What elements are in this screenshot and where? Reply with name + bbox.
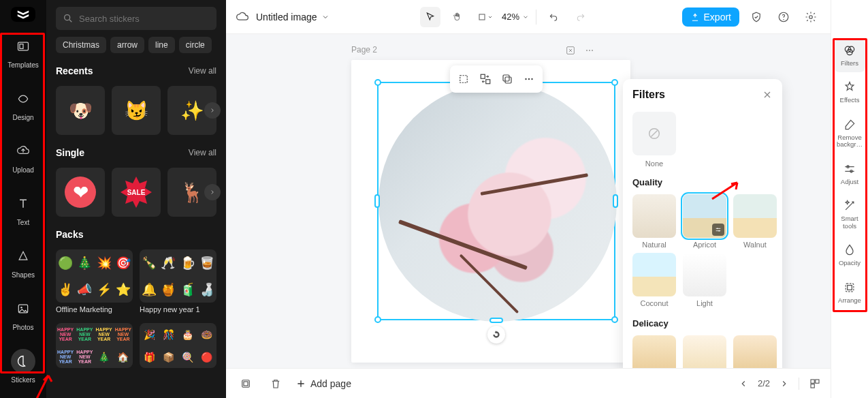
shield-button[interactable] [746,7,767,27]
prop-adjust[interactable]: Adjust [834,158,865,191]
more-icon[interactable] [584,45,595,56]
selection-box[interactable] [377,82,615,320]
prop-arrange[interactable]: Arrange [834,277,865,309]
close-icon[interactable] [762,89,773,100]
resize-handle-br[interactable] [611,316,618,323]
sticker-tag[interactable]: line [148,37,175,53]
rail-item-shapes[interactable]: Shapes [0,241,46,281]
more-icon [523,73,535,85]
filter-light[interactable]: Light [683,253,726,307]
prev-page-icon[interactable] [739,379,748,388]
rail-item-templates[interactable]: Templates [0,31,46,72]
rail-item-text[interactable]: Text [0,189,46,229]
more-action[interactable] [519,70,539,89]
rail-item-stickers[interactable]: Stickers [0,346,46,386]
sticker-thumb-cat[interactable]: 😼 [112,86,161,135]
resize-handle-tr[interactable] [611,79,618,86]
row-next-button[interactable] [204,102,221,119]
replace-action[interactable] [476,70,495,89]
filter-walnut[interactable]: Walnut [733,194,777,249]
row-next-button[interactable] [204,184,221,200]
sticker-pack-happy[interactable]: HAPPY NEW YEARHAPPY NEW YEARHAPPY NEW YE… [56,323,133,368]
view-all-link[interactable]: View all [189,66,216,76]
sticker-pack-newyear[interactable]: 🍾🥂🍺🥃 🔔🍯🧃🍶 [140,249,216,303]
filter-none[interactable]: None [632,112,676,168]
sticker-pack-party[interactable]: 🎉🎊🎂🍩 🎁📦🍭🔴 [140,323,216,368]
filter-delicacy-2[interactable] [683,335,726,368]
sticker-thumb-sale[interactable]: SALE [112,168,161,217]
app-logo[interactable] [11,7,35,22]
crop-action[interactable] [454,70,473,89]
adjust-overlay-icon[interactable] [712,224,724,236]
canvas-area[interactable]: Page 2 [226,34,831,368]
svg-point-4 [20,307,22,309]
hand-tool[interactable] [447,7,468,27]
rail-item-design[interactable]: Design [0,84,46,124]
rail-item-upload[interactable]: Upload [0,136,46,177]
prop-effects[interactable]: Effects [834,76,865,109]
select-tool[interactable] [420,7,440,27]
sticker-pack-marketing[interactable]: 🟢🎄💥🎯 ✌️📣⚡⭐ [56,249,133,303]
section-title: Recents [56,65,93,76]
sticker-thumb-heart[interactable]: ❤ [56,168,105,217]
sticker-search-input[interactable] [79,14,210,24]
view-all-link[interactable]: View all [189,148,216,157]
prop-remove-bg[interactable]: Remove backgr… [834,114,865,154]
duplicate-action[interactable] [498,70,517,89]
document-title-text: Untitled image [256,12,317,22]
expand-icon[interactable] [565,45,576,56]
document-title[interactable]: Untitled image [256,12,329,22]
layers-icon [240,378,252,390]
svg-point-7 [65,15,70,20]
sticker-tag[interactable]: arrow [110,37,144,53]
svg-point-24 [528,78,530,80]
resize-handle-b[interactable] [489,318,503,323]
redo-button[interactable] [570,7,591,27]
crop-tool[interactable] [475,7,495,27]
sale-burst-icon: SALE [119,175,153,209]
cloud-sync-icon[interactable] [236,10,249,24]
resize-handle-r[interactable] [613,194,618,208]
filter-coconut[interactable]: Coconut [632,253,676,307]
prop-smart-tools[interactable]: Smart tools [834,195,865,235]
delete-button[interactable] [266,373,286,394]
sticker-tag[interactable]: circle [179,37,212,53]
undo-button[interactable] [543,7,564,27]
selected-image[interactable] [379,83,617,322]
filter-apricot[interactable]: Apricot [683,194,726,249]
settings-button[interactable] [801,7,821,27]
zoom-display[interactable]: 42% [502,12,529,22]
filter-delicacy-3[interactable] [733,335,777,368]
templates-icon [16,40,30,53]
filter-label: None [645,159,663,168]
rail-item-label: Templates [7,61,39,69]
sticker-search[interactable] [56,7,216,30]
prop-opacity[interactable]: Opacity [834,239,865,272]
next-page-icon[interactable] [779,379,789,388]
canvas-page[interactable] [351,60,630,363]
grid-view-icon[interactable] [809,378,821,390]
filter-section-quality: Quality Natural Apricot Walnut [632,177,773,310]
filter-natural[interactable]: Natural [632,194,676,249]
sticker-tag[interactable]: Christmas [56,37,106,53]
sticker-thumb-dog[interactable]: 🐶 [56,86,105,135]
section-packs-head: Packs [46,226,226,243]
resize-handle-l[interactable] [374,194,380,208]
export-button[interactable]: Export [682,7,739,27]
recents-row: 🐶 😼 ✨ [46,79,226,144]
prop-label: Smart tools [834,215,865,230]
resize-handle-tl[interactable] [374,79,381,86]
add-page-button[interactable]: Add page [295,378,351,389]
prop-label: Opacity [839,260,861,266]
resize-handle-bl[interactable] [374,316,381,323]
shield-icon [750,11,762,23]
prop-filters[interactable]: Filters [834,40,865,72]
layers-button[interactable] [236,373,256,394]
svg-rect-22 [505,77,511,83]
help-button[interactable] [773,7,794,27]
filter-delicacy-1[interactable] [632,335,676,368]
rail-item-photos[interactable]: Photos [0,294,46,334]
add-page-label: Add page [310,378,351,389]
rotate-handle[interactable] [487,326,505,343]
section-single-head: Single View all [46,144,226,161]
